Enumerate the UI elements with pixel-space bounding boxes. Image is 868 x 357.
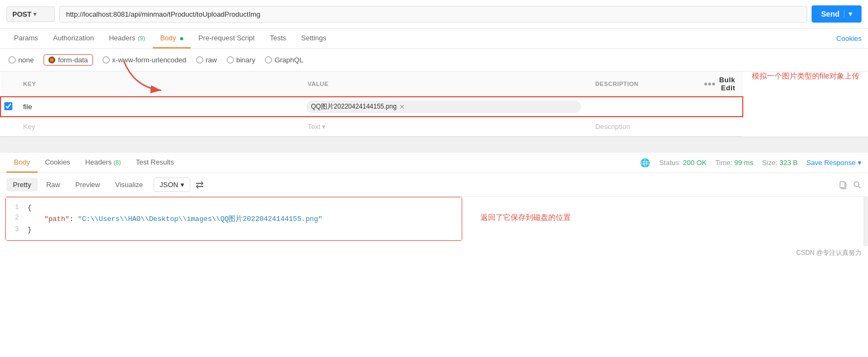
code-area: 1 { 2 "path": "C:\\Users\\HAO\\Desktop\\… xyxy=(6,197,462,240)
tab-authorization[interactable]: Authorization xyxy=(46,28,102,48)
code-line-2: 2 "path": "C:\\Users\\HAO\\Desktop\\imag… xyxy=(6,213,462,225)
type-chevron-icon: ▾ xyxy=(322,123,326,131)
tab-prerequest[interactable]: Pre-request Script xyxy=(191,28,262,48)
request-tabs: Params Authorization Headers (9) Body Pr… xyxy=(0,28,868,49)
code-line-1: 1 { xyxy=(6,203,462,213)
option-none[interactable]: none xyxy=(9,56,34,64)
fmt-tab-pretty[interactable]: Pretty xyxy=(6,178,38,191)
scrollbar[interactable] xyxy=(864,197,868,246)
wrap-icon[interactable]: ⇄ xyxy=(196,179,204,191)
params-table-wrapper: KEY VALUE DESCRIPTION ••• Bulk Edit xyxy=(0,72,868,137)
radio-form-data[interactable] xyxy=(48,56,55,63)
status-value: 200 OK xyxy=(683,159,707,167)
line-number-1: 1 xyxy=(6,204,27,211)
save-response-button[interactable]: Save Response ▾ xyxy=(806,159,862,167)
type-dropdown[interactable]: Text ▾ xyxy=(307,123,326,131)
row-checkbox[interactable] xyxy=(4,102,12,110)
body-active-dot xyxy=(180,37,183,40)
res-tab-cookies[interactable]: Cookies xyxy=(38,153,78,173)
option-none-label: none xyxy=(18,56,34,64)
fmt-tab-raw[interactable]: Raw xyxy=(40,178,67,191)
format-selector[interactable]: JSON ▾ xyxy=(154,177,190,192)
search-icon[interactable] xyxy=(853,180,862,189)
fmt-tab-preview[interactable]: Preview xyxy=(69,178,106,191)
format-chevron-icon: ▾ xyxy=(181,181,184,189)
empty-desc-label: Description xyxy=(595,123,630,131)
size-value: 323 B xyxy=(779,159,798,167)
code-brace-open: { xyxy=(27,204,462,212)
line-number-3: 3 xyxy=(6,226,27,233)
row-checkbox-cell[interactable] xyxy=(1,97,16,117)
tab-body[interactable]: Body xyxy=(153,28,191,48)
watermark: CSDN @专注认真努力 xyxy=(0,246,868,260)
response-headers-badge: (8) xyxy=(113,159,120,166)
res-tab-body[interactable]: Body xyxy=(6,153,38,173)
method-selector[interactable]: POST ▾ xyxy=(6,6,55,22)
annotation-path-text: 返回了它保存到磁盘的位置 xyxy=(480,213,571,223)
time-label: Time: 99 ms xyxy=(715,159,754,167)
section-divider xyxy=(0,137,868,153)
th-checkbox xyxy=(1,72,16,97)
option-binary[interactable]: binary xyxy=(227,56,255,64)
code-line-3: 3 } xyxy=(6,225,462,235)
option-binary-label: binary xyxy=(236,56,255,64)
status-label: Status: 200 OK xyxy=(659,159,706,167)
row-key: file xyxy=(23,103,32,111)
remove-value-icon[interactable]: ✕ xyxy=(399,103,405,111)
headers-badge: (9) xyxy=(138,35,145,41)
value-tag: QQ图片20220424144155.png ✕ xyxy=(306,101,581,113)
response-section: Body Cookies Headers (8) Test Results 🌐 … xyxy=(0,153,868,260)
fmt-tab-visualize[interactable]: Visualize xyxy=(109,178,149,191)
empty-checkbox-cell xyxy=(1,117,16,137)
json-value: "C:\\Users\\HAO\\Desktop\\images\\QQ图片20… xyxy=(78,215,322,223)
send-button[interactable]: Send ▾ xyxy=(812,5,862,23)
option-graphql-label: GraphQL xyxy=(275,56,303,64)
annotation-upload: 模拟一个图片类型的file对象上传 xyxy=(743,72,868,81)
option-raw[interactable]: raw xyxy=(196,56,217,64)
empty-key-label: Key xyxy=(23,123,35,131)
tab-settings[interactable]: Settings xyxy=(293,28,334,48)
row-desc-cell xyxy=(587,97,697,117)
res-tab-headers[interactable]: Headers (8) xyxy=(78,153,128,173)
radio-none[interactable] xyxy=(9,56,16,63)
radio-raw[interactable] xyxy=(196,56,203,63)
radio-binary[interactable] xyxy=(227,56,234,63)
globe-icon[interactable]: 🌐 xyxy=(640,158,650,168)
send-dropdown-icon[interactable]: ▾ xyxy=(844,10,852,18)
watermark-text: CSDN @专注认真努力 xyxy=(796,249,862,256)
copy-icon[interactable] xyxy=(839,180,848,189)
line-number-2: 2 xyxy=(6,214,27,222)
option-graphql[interactable]: GraphQL xyxy=(265,56,303,64)
more-options-icon[interactable]: ••• xyxy=(704,78,716,90)
empty-key-cell[interactable]: Key xyxy=(16,117,300,137)
code-keyvalue: "path": "C:\\Users\\HAO\\Desktop\\images… xyxy=(27,214,462,224)
res-tab-test-results[interactable]: Test Results xyxy=(128,153,182,173)
response-status-area: 🌐 Status: 200 OK Time: 99 ms Size: 323 B… xyxy=(640,158,862,168)
size-label: Size: 323 B xyxy=(762,159,798,167)
empty-extra-cell xyxy=(697,117,743,137)
radio-graphql[interactable] xyxy=(265,56,272,63)
cookies-link[interactable]: Cookies xyxy=(836,34,862,42)
option-form-data[interactable]: form-data xyxy=(44,54,93,66)
option-raw-label: raw xyxy=(206,56,217,64)
empty-row: Key Text ▾ Description xyxy=(1,117,743,137)
row-extra-cell xyxy=(697,97,743,117)
tab-headers[interactable]: Headers (9) xyxy=(102,28,153,48)
annotation-path-area: 返回了它保存到磁盘的位置 xyxy=(468,197,584,239)
empty-desc-cell[interactable]: Description xyxy=(587,117,697,137)
code-brace-close: } xyxy=(27,226,462,234)
option-urlencoded[interactable]: x-www-form-urlencoded xyxy=(103,56,186,64)
url-input[interactable] xyxy=(59,6,807,23)
tab-tests[interactable]: Tests xyxy=(262,28,293,48)
empty-type-value-cell: Text ▾ xyxy=(300,117,587,137)
option-form-data-label: form-data xyxy=(58,56,88,64)
url-bar: POST ▾ Send ▾ xyxy=(0,0,868,28)
bulk-edit-label[interactable]: Bulk Edit xyxy=(719,76,735,92)
type-label: Text xyxy=(307,123,320,131)
body-type-row: none form-data x-www-form-urlencoded raw… xyxy=(0,49,868,72)
row-value-cell: QQ图片20220424144155.png ✕ xyxy=(300,97,587,117)
tab-params[interactable]: Params xyxy=(6,28,46,48)
radio-urlencoded[interactable] xyxy=(103,56,110,63)
th-key: KEY xyxy=(16,72,300,97)
th-description: DESCRIPTION xyxy=(587,72,697,97)
